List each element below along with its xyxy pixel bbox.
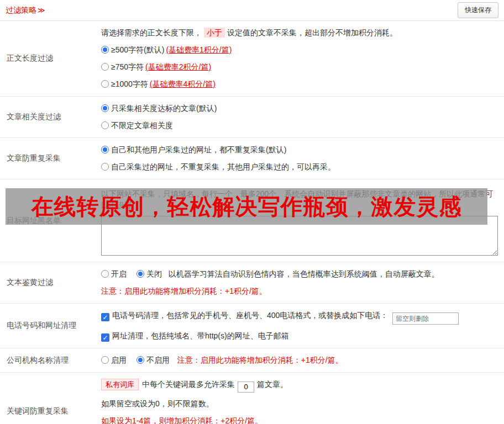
option-fee-note: (基础费率2积分/篇) bbox=[145, 62, 211, 71]
option-text: 关闭 bbox=[146, 269, 162, 278]
option-text: 电话号码清理，包括常见的手机号、座机号、400电话格式，或替换成如下电话： bbox=[112, 311, 388, 320]
radio-icon[interactable] bbox=[101, 80, 109, 88]
relevance-filter-content: 只采集相关度达标的文章(默认) 不限定文章相关度 bbox=[101, 97, 504, 137]
company-option-on[interactable]: 启用 bbox=[101, 356, 129, 364]
option-text: 只采集相关度达标的文章(默认) bbox=[111, 104, 217, 113]
dedup-option-global[interactable]: 自己和其他用户采集过的网址，都不重复采集(默认) bbox=[101, 145, 286, 154]
keyword-dedup-content: 私有词库中每个关键词最多允许采集篇文章。 如果留空或设为0，则不限篇数。 如果设… bbox=[101, 373, 504, 424]
dedup-filter-label: 文章防重复采集 bbox=[0, 138, 101, 179]
company-clean-note: 注意：启用此功能将增加积分消耗：+1积分/篇。 bbox=[177, 356, 343, 364]
relevance-option-strict[interactable]: 只采集相关度达标的文章(默认) bbox=[101, 104, 217, 113]
relevance-option-any[interactable]: 不限定文章相关度 bbox=[101, 121, 173, 130]
relevance-filter-label: 文章相关度过滤 bbox=[0, 97, 101, 137]
promo-banner[interactable]: 在线转原创，轻松解决写作瓶颈，激发灵感 bbox=[6, 188, 487, 225]
row-length-filter: 正文长度过滤 请选择需求的正文长度下限，小于设定值的文章不采集，超出部分不增加积… bbox=[0, 21, 504, 97]
private-dictionary-tag[interactable]: 私有词库 bbox=[101, 379, 139, 390]
url-clean-checkbox-option[interactable]: 网址清理，包括纯域名、带http(s)的网址、电子邮箱 bbox=[101, 331, 289, 340]
radio-icon[interactable] bbox=[101, 356, 109, 364]
radio-icon[interactable] bbox=[101, 63, 109, 71]
keyword-dedup-label: 关键词防重复采集 bbox=[0, 373, 101, 424]
replacement-phone-input[interactable] bbox=[392, 312, 459, 325]
radio-icon[interactable] bbox=[101, 121, 109, 129]
line1-suffix-text: 篇文章。 bbox=[257, 380, 288, 389]
quick-save-button[interactable]: 快速保存 bbox=[458, 2, 498, 18]
option-text: 开启 bbox=[111, 269, 127, 278]
radio-icon[interactable] bbox=[101, 163, 109, 171]
porn-filter-note: 注意：启用此功能将增加积分消耗：+1积分/篇。 bbox=[101, 285, 500, 297]
phone-url-clean-content: 电话号码清理，包括常见的手机号、座机号、400电话格式，或替换成如下电话： 网址… bbox=[101, 304, 504, 348]
option-text: 自己和其他用户采集过的网址，都不重复采集(默认) bbox=[111, 145, 286, 154]
length-filter-content: 请选择需求的正文长度下限，小于设定值的文章不采集，超出部分不增加积分消耗。 ≥5… bbox=[101, 21, 504, 96]
row-phone-url-clean: 电话号码和网址清理 电话号码清理，包括常见的手机号、座机号、400电话格式，或替… bbox=[0, 304, 504, 348]
porn-option-on[interactable]: 开启 bbox=[101, 269, 129, 278]
option-fee-note: (基础费率4积分/篇) bbox=[150, 80, 216, 88]
page-title-text: 过滤策略 bbox=[6, 6, 36, 14]
porn-filter-desc: 以机器学习算法自动识别色情内容，当色情概率达到系统阈值，自动屏蔽文章。 bbox=[169, 269, 439, 278]
keyword-rule-zero: 如果留空或设为0，则不限篇数。 bbox=[101, 398, 500, 410]
keyword-rule-1to4: 如果设为1-4篇，则增加积分消耗：+2积分/篇。 bbox=[101, 415, 500, 424]
radio-checked-icon[interactable] bbox=[136, 270, 144, 278]
option-text: ≥500字符(默认) bbox=[111, 45, 164, 54]
page-title[interactable]: 过滤策略≫ bbox=[6, 6, 45, 15]
company-option-off[interactable]: 不启用 bbox=[136, 356, 172, 364]
option-text: 自己采集过的网址，不重复采集，其他用户采集过的，可以再采。 bbox=[111, 162, 335, 171]
company-clean-content: 启用 不启用 注意：启用此功能将增加积分消耗：+1积分/篇。 bbox=[101, 348, 504, 372]
radio-checked-icon[interactable] bbox=[101, 104, 109, 112]
intro-prefix: 请选择需求的正文长度下限， bbox=[101, 28, 202, 37]
dedup-filter-content: 自己和其他用户采集过的网址，都不重复采集(默认) 自己采集过的网址，不重复采集，… bbox=[101, 138, 504, 179]
option-text: 不限定文章相关度 bbox=[111, 121, 173, 130]
line1-mid-text: 中每个关键词最多允许采集 bbox=[142, 380, 235, 389]
radio-checked-icon[interactable] bbox=[136, 356, 144, 364]
porn-filter-content: 开启 关闭 以机器学习算法自动识别色情内容，当色情概率达到系统阈值，自动屏蔽文章… bbox=[101, 262, 504, 303]
option-text: 网址清理，包括纯域名、带http(s)的网址、电子邮箱 bbox=[112, 331, 289, 340]
less-than-highlight: 小于 bbox=[204, 28, 225, 38]
keyword-count-input[interactable] bbox=[238, 381, 254, 393]
length-option-1000[interactable]: ≥1000字符(基础费率4积分/篇) bbox=[101, 80, 216, 88]
option-text: 不启用 bbox=[146, 356, 170, 364]
length-option-500[interactable]: ≥500字符(默认)(基础费率1积分/篇) bbox=[101, 45, 232, 54]
checkbox-checked-icon[interactable] bbox=[101, 333, 109, 342]
row-porn-filter: 文本鉴黄过滤 开启 关闭 以机器学习算法自动识别色情内容，当色情概率达到系统阈值… bbox=[0, 262, 504, 304]
porn-option-off[interactable]: 关闭 bbox=[136, 269, 164, 278]
topbar: 过滤策略≫ 快速保存 bbox=[0, 0, 504, 21]
option-text: ≥1000字符 bbox=[111, 80, 148, 88]
length-filter-intro: 请选择需求的正文长度下限，小于设定值的文章不采集，超出部分不增加积分消耗。 bbox=[101, 27, 500, 39]
radio-checked-icon[interactable] bbox=[101, 146, 109, 153]
row-dedup-filter: 文章防重复采集 自己和其他用户采集过的网址，都不重复采集(默认) 自己采集过的网… bbox=[0, 138, 504, 179]
length-option-750[interactable]: ≥750字符(基础费率2积分/篇) bbox=[101, 62, 211, 71]
filter-strategy-page: 过滤策略≫ 快速保存 正文长度过滤 请选择需求的正文长度下限，小于设定值的文章不… bbox=[0, 0, 504, 424]
dedup-option-self[interactable]: 自己采集过的网址，不重复采集，其他用户采集过的，可以再采。 bbox=[101, 162, 335, 171]
phone-clean-checkbox-option[interactable]: 电话号码清理，包括常见的手机号、座机号、400电话格式，或替换成如下电话： bbox=[101, 311, 390, 320]
phone-url-clean-label: 电话号码和网址清理 bbox=[0, 304, 101, 348]
intro-suffix: 设定值的文章不采集，超出部分不增加积分消耗。 bbox=[227, 28, 397, 37]
row-keyword-dedup: 关键词防重复采集 私有词库中每个关键词最多允许采集篇文章。 如果留空或设为0，则… bbox=[0, 373, 504, 424]
radio-icon[interactable] bbox=[101, 270, 109, 278]
chevron-collapse-icon: ≫ bbox=[38, 6, 45, 14]
radio-checked-icon[interactable] bbox=[101, 46, 109, 54]
option-fee-note: (基础费率1积分/篇) bbox=[166, 45, 232, 54]
porn-filter-label: 文本鉴黄过滤 bbox=[0, 262, 101, 303]
promo-banner-text: 在线转原创，轻松解决写作瓶颈，激发灵感 bbox=[32, 192, 462, 222]
checkbox-checked-icon[interactable] bbox=[101, 313, 109, 321]
row-company-clean: 公司机构名称清理 启用 不启用 注意：启用此功能将增加积分消耗：+1积分/篇。 bbox=[0, 348, 504, 373]
length-filter-label: 正文长度过滤 bbox=[0, 21, 101, 96]
row-relevance-filter: 文章相关度过滤 只采集相关度达标的文章(默认) 不限定文章相关度 bbox=[0, 97, 504, 138]
option-text: 启用 bbox=[111, 356, 127, 364]
option-text: ≥750字符 bbox=[111, 62, 144, 71]
company-clean-label: 公司机构名称清理 bbox=[0, 348, 101, 372]
